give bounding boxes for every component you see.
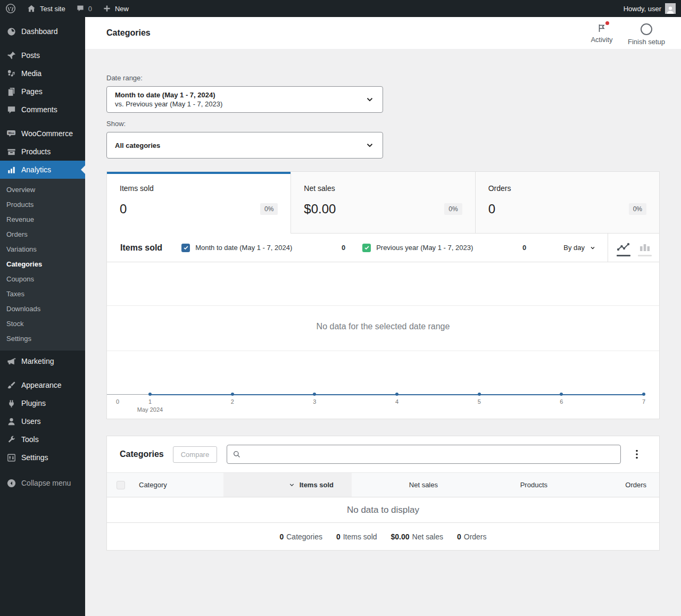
site-menu[interactable]: Test site [21,0,71,17]
column-header-products[interactable]: Products [456,473,566,497]
submenu-item-variations[interactable]: Variations [0,242,85,257]
column-header-items-sold[interactable]: Items sold [223,473,352,497]
data-point[interactable] [478,393,481,396]
interval-select[interactable]: By day [563,244,608,252]
unselected-indicator [638,255,652,256]
select-all-checkbox[interactable] [117,481,125,489]
page-header: Categories Activity Finish setup [85,17,681,49]
submenu-item-products[interactable]: Products [0,197,85,212]
sidebar-item-label: Plugins [21,399,46,407]
sidebar-item-pages[interactable]: Pages [0,82,85,101]
line-chart-type-button[interactable] [617,239,630,256]
column-header-category[interactable]: Category [129,473,223,497]
sidebar-item-posts[interactable]: Posts [0,46,85,64]
howdy-text: Howdy, user [624,5,661,13]
legend-label: Month to date (May 1 - 7, 2024) [195,244,342,252]
sidebar-item-label: Users [21,417,41,426]
submenu-item-overview[interactable]: Overview [0,182,85,197]
comment-icon [76,4,85,13]
data-point[interactable] [231,393,234,396]
sidebar-item-plugins[interactable]: Plugins [0,394,85,412]
notification-dot [605,21,609,25]
home-icon [27,4,36,13]
sidebar-item-appearance[interactable]: Appearance [0,376,85,394]
comments-icon [6,105,16,115]
sidebar-item-label: Settings [21,453,48,462]
table-header: Categories Compare [107,436,659,472]
dashboard-icon [6,27,16,37]
activity-button[interactable]: Activity [581,21,622,46]
comments-shortcut[interactable]: 0 [71,0,97,17]
x-tick-label: 7 [633,398,654,405]
submenu-item-stock[interactable]: Stock [0,317,85,331]
data-point[interactable] [395,393,398,396]
checkbox-checked-icon[interactable] [362,244,371,252]
wp-logo-menu[interactable] [0,0,21,17]
date-range-dropdown[interactable]: Month to date (May 1 - 7, 2024) vs. Prev… [106,86,383,113]
tab-orders[interactable]: Orders 0 0% [475,172,659,234]
search-icon [232,450,241,459]
submenu-item-orders[interactable]: Orders [0,227,85,242]
sidebar-item-settings[interactable]: Settings [0,448,85,467]
tab-net-sales[interactable]: Net sales $0.00 0% [290,172,475,234]
sidebar-item-products[interactable]: Products [0,143,85,161]
checkbox-checked-icon[interactable] [181,244,190,252]
table-search[interactable] [227,445,621,464]
bar-chart-type-button[interactable] [638,239,652,256]
account-menu[interactable]: Howdy, user [618,0,681,17]
submenu-item-settings[interactable]: Settings [0,331,85,346]
sidebar-item-comments[interactable]: Comments [0,101,85,119]
category-filter-value: All categories [115,141,160,149]
sidebar-item-label: Marketing [21,357,54,365]
admin-top-bar: Test site 0 New Howdy, user [0,0,681,17]
data-point[interactable] [313,393,316,396]
line-chart-icon [617,243,630,252]
comment-count: 0 [88,5,92,13]
pages-icon [6,87,16,97]
data-point[interactable] [642,393,645,396]
submenu-item-taxes[interactable]: Taxes [0,287,85,302]
new-content-menu[interactable]: New [97,0,134,17]
submenu-item-revenue[interactable]: Revenue [0,212,85,227]
data-point[interactable] [560,393,563,396]
sidebar-item-tools[interactable]: Tools [0,430,85,448]
interval-value: By day [563,244,585,252]
column-header-net-sales[interactable]: Net sales [352,473,456,497]
data-point[interactable] [148,393,152,396]
sliders-icon [6,453,16,463]
sidebar-item-users[interactable]: Users [0,412,85,430]
tab-delta-badge: 0% [260,203,278,215]
tab-items-sold[interactable]: Items sold 0 0% [107,172,290,234]
brush-icon [6,380,16,390]
collapse-icon [6,478,16,488]
finish-setup-button[interactable]: Finish setup [626,21,667,46]
submenu-item-coupons[interactable]: Coupons [0,272,85,287]
sidebar-item-dashboard[interactable]: Dashboard [0,22,85,40]
collapse-menu-button[interactable]: Collapse menu [0,474,85,492]
sidebar-item-media[interactable]: Media [0,64,85,82]
sidebar-item-label: Posts [21,51,40,60]
summary-tabs: Items sold 0 0% Net sales $0.00 0% Order… [107,172,659,234]
sidebar-item-woocommerce[interactable]: Woo WooCommerce [0,124,85,143]
sidebar-item-label: Pages [21,87,43,96]
sidebar-item-label: Tools [21,435,39,444]
submenu-item-downloads[interactable]: Downloads [0,302,85,317]
date-range-primary: Month to date (May 1 - 7, 2024) [115,91,222,99]
finish-setup-label: Finish setup [628,38,665,46]
column-header-orders[interactable]: Orders [566,473,659,497]
legend-item-current-period[interactable]: Month to date (May 1 - 7, 2024) 0 [181,244,345,252]
progress-circle-icon [640,23,653,36]
show-label: Show: [106,120,660,128]
chart-plot-area: No data for the selected date range 0 1 … [107,262,659,419]
summary-items-sold: 0Items sold [336,532,377,541]
table-options-button[interactable] [627,445,646,464]
search-input[interactable] [245,451,615,459]
legend-item-previous-period[interactable]: Previous year (May 1 - 7, 2023) 0 [362,244,526,252]
category-filter-dropdown[interactable]: All categories [106,132,383,159]
plug-icon [6,398,16,409]
compare-button[interactable]: Compare [173,446,217,463]
submenu-item-categories[interactable]: Categories [0,257,85,272]
sidebar-item-marketing[interactable]: Marketing [0,352,85,370]
sidebar-item-analytics[interactable]: Analytics [0,161,85,179]
table-summary-row: 0Categories 0Items sold $0.00Net sales 0… [107,523,659,550]
